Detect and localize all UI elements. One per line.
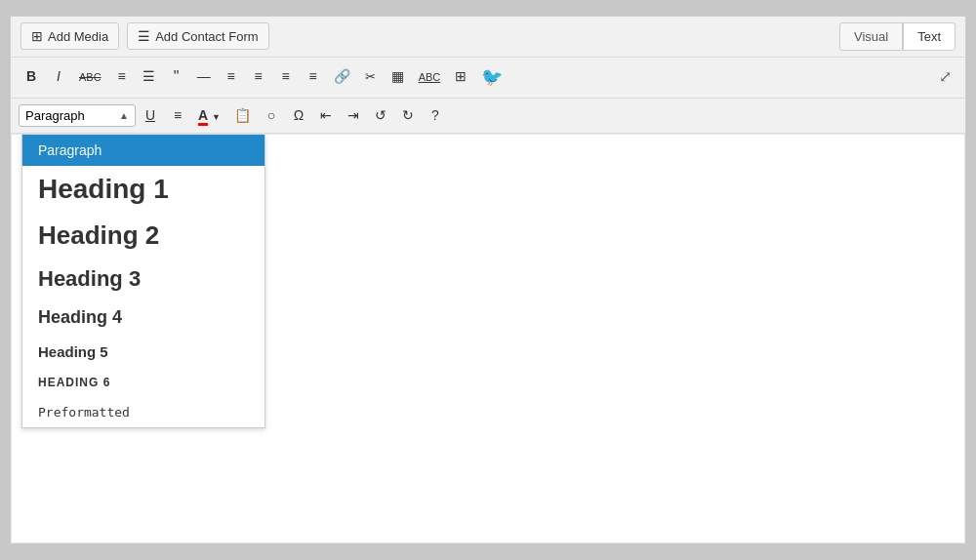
align-right-button[interactable]: ≡ xyxy=(273,63,299,91)
strikethrough-button[interactable]: ABC xyxy=(73,66,107,89)
undo-button[interactable]: ↺ xyxy=(368,102,393,130)
format-dropdown: ParagraphHeading 1Heading 2Heading 3Head… xyxy=(21,135,265,428)
view-mode-toggle: Visual Text xyxy=(839,22,956,51)
dropdown-item[interactable]: Heading 6 xyxy=(22,368,264,397)
ordered-list-button[interactable]: ☰ xyxy=(137,63,162,91)
format-select-arrow: ▲ xyxy=(119,110,129,121)
dropdown-item[interactable]: Heading 2 xyxy=(22,213,264,259)
align-button[interactable]: ≡ xyxy=(165,102,190,130)
add-contact-form-button[interactable]: ☰ Add Contact Form xyxy=(127,22,269,50)
toolbar-row2: Paragraph ▲ U ≡ A ▼ 📋 ○ Ω ⇤ ⇥ ↺ ↻ ? xyxy=(11,99,965,135)
toolbar-row1: B I ABC ≡ ☰ " — ≡ ≡ ≡ ≡ 🔗 ✂ ▦ ABC ⊞ 🐦 ⤢ xyxy=(11,58,965,99)
fullscreen-button[interactable]: ⤢ xyxy=(932,62,957,92)
indent-in-button[interactable]: ⇥ xyxy=(341,102,366,130)
blockquote-button[interactable]: " xyxy=(164,62,189,92)
align-justify-button[interactable]: ≡ xyxy=(301,63,326,91)
table-button[interactable]: ⊞ xyxy=(448,63,473,91)
toolbar-toggle-button[interactable]: ▦ xyxy=(386,63,411,91)
indent-out-button[interactable]: ⇤ xyxy=(313,102,339,130)
align-left-button[interactable]: ≡ xyxy=(219,63,244,91)
visual-mode-button[interactable]: Visual xyxy=(839,22,903,51)
dropdown-item[interactable]: Paragraph xyxy=(22,135,264,166)
add-media-icon: ⊞ xyxy=(31,28,43,44)
dropdown-item[interactable]: Heading 3 xyxy=(22,259,264,300)
italic-button[interactable]: I xyxy=(46,63,71,91)
align-center-button[interactable]: ≡ xyxy=(246,63,271,91)
help-button[interactable]: ? xyxy=(423,102,448,130)
spellcheck-button[interactable]: ABC xyxy=(413,63,447,91)
insert-link-button[interactable]: 🔗 xyxy=(328,63,356,91)
add-media-button[interactable]: ⊞ Add Media xyxy=(20,22,119,50)
dropdown-item[interactable]: Preformatted xyxy=(22,397,264,427)
underline-button[interactable]: U xyxy=(138,102,163,130)
text-color-button[interactable]: A ▼ xyxy=(192,102,226,130)
special-char-button[interactable]: Ω xyxy=(286,102,311,130)
format-select[interactable]: Paragraph ▲ xyxy=(19,104,136,127)
bold-button[interactable]: B xyxy=(19,63,44,91)
text-mode-button[interactable]: Text xyxy=(903,22,956,51)
dropdown-item[interactable]: Heading 1 xyxy=(22,166,264,213)
unordered-list-button[interactable]: ≡ xyxy=(109,63,135,91)
paste-button[interactable]: 📋 xyxy=(228,102,257,130)
editor-wrapper: ⊞ Add Media ☰ Add Contact Form Visual Te… xyxy=(10,16,966,545)
redo-button[interactable]: ↻ xyxy=(395,102,421,130)
top-bar: ⊞ Add Media ☰ Add Contact Form Visual Te… xyxy=(11,17,965,58)
remove-link-button[interactable]: ✂ xyxy=(358,63,384,91)
top-bar-left: ⊞ Add Media ☰ Add Contact Form xyxy=(20,22,269,50)
dropdown-item[interactable]: Heading 4 xyxy=(22,300,264,336)
dropdown-item[interactable]: Heading 5 xyxy=(22,336,264,368)
horizontal-rule-button[interactable]: — xyxy=(191,63,217,91)
add-contact-form-icon: ☰ xyxy=(138,28,150,44)
editor-area[interactable]: ParagraphHeading 1Heading 2Heading 3Head… xyxy=(11,134,965,543)
clear-formatting-button[interactable]: ○ xyxy=(259,102,284,130)
twitter-button[interactable]: 🐦 xyxy=(475,61,508,94)
